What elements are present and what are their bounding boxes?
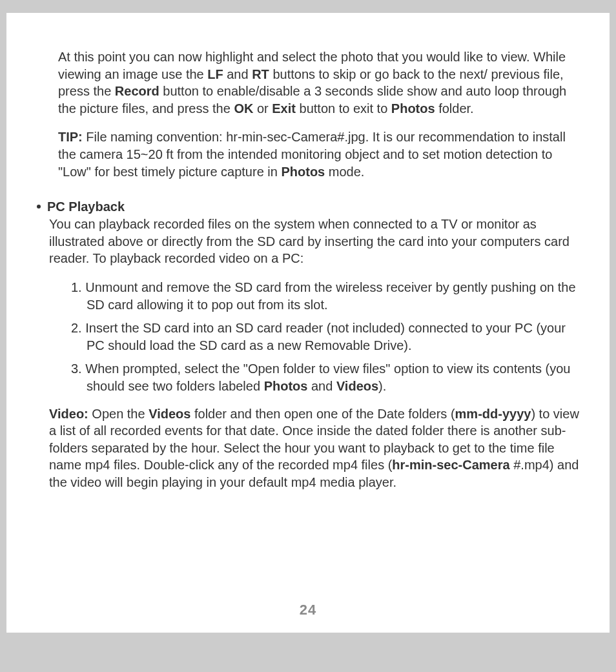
list-item: 1. Unmount and remove the SD card from t… <box>71 279 584 313</box>
paragraph-photo-viewing: At this point you can now highlight and … <box>58 48 584 117</box>
text: or <box>253 101 272 116</box>
list-item: 3. When prompted, select the "Open folde… <box>71 360 584 394</box>
bold-videos: Videos <box>336 379 378 393</box>
ordered-list: 1. Unmount and remove the SD card from t… <box>71 279 584 395</box>
heading-pc-playback: PC Playback <box>37 199 584 214</box>
bold-lf: LF <box>207 67 223 81</box>
bold-exit: Exit <box>272 101 296 116</box>
bullet-icon <box>37 205 41 209</box>
bold-photos: Photos <box>391 101 435 116</box>
bold-ok: OK <box>234 101 253 116</box>
text: and <box>307 379 336 393</box>
paragraph-video: Video: Open the Videos folder and then o… <box>49 405 584 491</box>
paragraph-tip: TIP: File naming convention: hr-min-sec-… <box>58 128 584 180</box>
top-margin-bar <box>0 0 616 13</box>
text: folder. <box>435 101 474 116</box>
list-item: 2. Insert the SD card into an SD card re… <box>71 320 584 354</box>
tip-label: TIP: <box>58 130 83 144</box>
bold-videos: Videos <box>149 407 190 421</box>
item-number: 3. <box>71 361 85 376</box>
item-number: 1. <box>71 280 85 294</box>
text: Insert the SD card into an SD card reade… <box>85 321 566 352</box>
bold-rt: RT <box>252 67 269 81</box>
bold-record: Record <box>115 84 159 98</box>
video-label: Video: <box>49 407 88 421</box>
bottom-margin-bar <box>0 633 616 652</box>
text: Open the <box>88 407 149 421</box>
bold-fileformat: hr-min-sec-Camera <box>392 458 509 472</box>
text: folder and then open one of the Date fol… <box>190 407 455 421</box>
bold-dateformat: mm-dd-yyyy <box>455 407 531 421</box>
paragraph-pc-intro: You can playback recorded files on the s… <box>49 216 584 267</box>
text: and <box>223 67 252 81</box>
heading-text: PC Playback <box>47 199 125 214</box>
item-number: 2. <box>71 321 85 335</box>
bold-photos: Photos <box>264 379 308 393</box>
document-sheet: At this point you can now highlight and … <box>6 13 610 633</box>
page-container: At this point you can now highlight and … <box>0 0 616 672</box>
text: button to exit to <box>296 101 391 116</box>
bold-photos: Photos <box>281 165 325 179</box>
text: mode. <box>325 165 364 179</box>
page-number: 24 <box>6 602 610 618</box>
text: Unmount and remove the SD card from the … <box>85 280 575 312</box>
text: You can playback recorded files on the s… <box>49 217 570 265</box>
text: ). <box>378 379 386 393</box>
